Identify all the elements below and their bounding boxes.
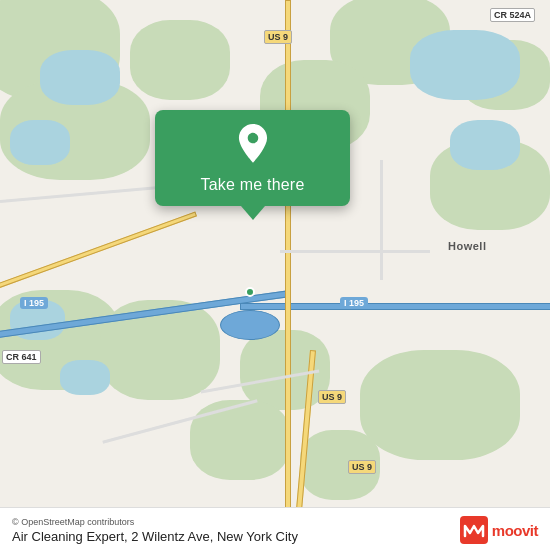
us9-south1-label: US 9 [318,390,346,404]
water-area [40,50,120,105]
water-area [450,120,520,170]
take-me-there-button[interactable]: Take me there [201,176,305,194]
cr524a-label: CR 524A [490,8,535,22]
moovit-logo-icon [460,516,488,544]
water-area [410,30,520,100]
location-info: © OpenStreetMap contributors Air Cleanin… [12,517,298,544]
i195-east-label: I 195 [340,297,368,309]
water-area [60,360,110,395]
water-area [10,120,70,165]
highway-195-curve [220,310,280,340]
map-background: I 195 I 195 US 9 US 9 US 9 CR 524A CR 64… [0,0,550,550]
vegetation-area [360,350,520,460]
map-container: I 195 I 195 US 9 US 9 US 9 CR 524A CR 64… [0,0,550,550]
location-address: Air Cleaning Expert, 2 Wilentz Ave, New … [12,529,298,544]
i195-west-label: I 195 [20,297,48,309]
map-pin-dot [245,287,255,297]
cr641-road [0,211,197,294]
us9-north-label: US 9 [264,30,292,44]
us9-south2-label: US 9 [348,460,376,474]
moovit-brand-text: moovit [492,522,538,539]
us9-road [285,0,291,550]
moovit-logo[interactable]: moovit [460,516,538,544]
local-road-2 [280,250,430,253]
navigation-popup: Take me there [155,110,350,206]
cr641-label: CR 641 [2,350,41,364]
howell-label: Howell [448,240,486,252]
bottom-bar: © OpenStreetMap contributors Air Cleanin… [0,507,550,550]
local-road-1 [0,184,179,203]
vegetation-area [130,20,230,100]
map-attribution: © OpenStreetMap contributors [12,517,298,527]
location-pin-icon [231,124,275,168]
local-road-3 [380,160,383,280]
